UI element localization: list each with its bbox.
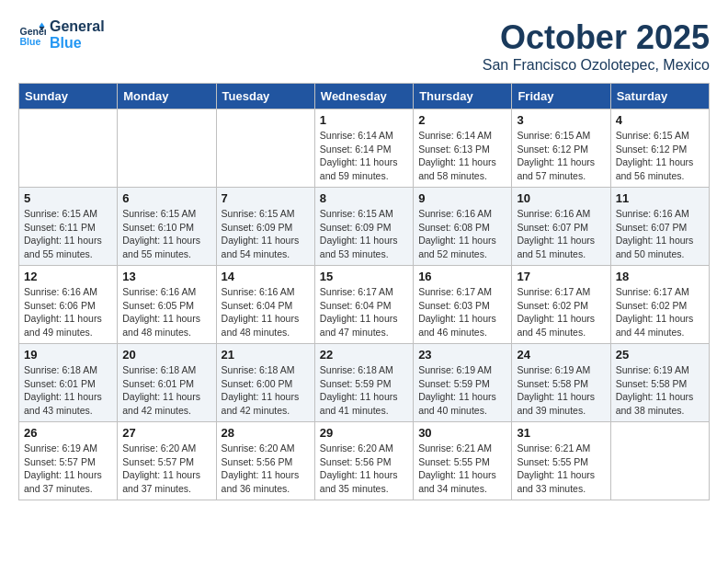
calendar-cell [19,109,118,188]
day-number: 1 [320,113,408,127]
weekday-header-row: SundayMondayTuesdayWednesdayThursdayFrid… [19,84,710,109]
day-info: Sunrise: 6:14 AMSunset: 6:13 PMDaylight:… [418,129,506,183]
day-info: Sunrise: 6:18 AMSunset: 6:01 PMDaylight:… [24,363,112,418]
calendar-cell: 15Sunrise: 6:17 AMSunset: 6:04 PMDayligh… [314,266,413,344]
calendar-cell: 27Sunrise: 6:20 AMSunset: 5:57 PMDayligh… [118,422,216,500]
svg-text:Blue: Blue [20,35,41,46]
day-info: Sunrise: 6:21 AMSunset: 5:55 PMDaylight:… [517,442,605,496]
weekday-header-monday: Monday [118,84,216,109]
calendar-cell: 7Sunrise: 6:15 AMSunset: 6:09 PMDaylight… [216,188,314,266]
calendar-cell: 11Sunrise: 6:16 AMSunset: 6:07 PMDayligh… [610,188,709,266]
day-info: Sunrise: 6:20 AMSunset: 5:56 PMDaylight:… [222,442,310,496]
day-number: 6 [122,191,210,205]
day-info: Sunrise: 6:15 AMSunset: 6:12 PMDaylight:… [616,129,704,183]
calendar-week-row: 26Sunrise: 6:19 AMSunset: 5:57 PMDayligh… [19,422,710,500]
day-info: Sunrise: 6:19 AMSunset: 5:58 PMDaylight:… [616,363,704,418]
calendar-week-row: 1Sunrise: 6:14 AMSunset: 6:14 PMDaylight… [19,109,710,188]
calendar-cell: 25Sunrise: 6:19 AMSunset: 5:58 PMDayligh… [610,344,709,422]
day-info: Sunrise: 6:15 AMSunset: 6:12 PMDaylight:… [517,129,605,183]
calendar-cell: 1Sunrise: 6:14 AMSunset: 6:14 PMDaylight… [314,109,413,188]
day-info: Sunrise: 6:19 AMSunset: 5:59 PMDaylight:… [418,363,506,418]
day-info: Sunrise: 6:16 AMSunset: 6:04 PMDaylight:… [222,285,310,339]
day-info: Sunrise: 6:18 AMSunset: 6:00 PMDaylight:… [222,363,310,418]
day-info: Sunrise: 6:15 AMSunset: 6:09 PMDaylight:… [320,207,408,261]
day-number: 21 [222,348,310,362]
calendar-cell: 29Sunrise: 6:20 AMSunset: 5:56 PMDayligh… [314,422,413,500]
day-number: 20 [122,348,210,362]
day-info: Sunrise: 6:15 AMSunset: 6:10 PMDaylight:… [122,207,210,261]
day-number: 25 [616,348,704,362]
calendar-cell: 5Sunrise: 6:15 AMSunset: 6:11 PMDaylight… [19,188,118,266]
calendar-cell: 10Sunrise: 6:16 AMSunset: 6:07 PMDayligh… [512,188,610,266]
day-number: 15 [320,270,408,283]
calendar-cell: 30Sunrise: 6:21 AMSunset: 5:55 PMDayligh… [414,422,512,500]
title-area: October 2025 San Francisco Ozolotepec, M… [483,18,710,74]
calendar-cell: 23Sunrise: 6:19 AMSunset: 5:59 PMDayligh… [414,344,512,422]
day-info: Sunrise: 6:20 AMSunset: 5:56 PMDaylight:… [320,442,408,496]
day-number: 9 [418,191,506,205]
calendar-cell: 31Sunrise: 6:21 AMSunset: 5:55 PMDayligh… [512,422,610,500]
logo-general: General [50,18,105,35]
day-number: 2 [418,113,506,127]
day-number: 28 [222,426,310,440]
weekday-header-friday: Friday [512,84,610,109]
day-info: Sunrise: 6:16 AMSunset: 6:08 PMDaylight:… [418,207,506,261]
day-info: Sunrise: 6:17 AMSunset: 6:02 PMDaylight:… [616,285,704,339]
day-info: Sunrise: 6:19 AMSunset: 5:58 PMDaylight:… [517,363,605,418]
day-number: 30 [418,426,506,440]
calendar-cell: 19Sunrise: 6:18 AMSunset: 6:01 PMDayligh… [19,344,118,422]
calendar-cell: 18Sunrise: 6:17 AMSunset: 6:02 PMDayligh… [610,266,709,344]
day-info: Sunrise: 6:18 AMSunset: 5:59 PMDaylight:… [320,363,408,418]
calendar-cell: 3Sunrise: 6:15 AMSunset: 6:12 PMDaylight… [512,109,610,188]
day-number: 27 [122,426,210,440]
day-info: Sunrise: 6:15 AMSunset: 6:11 PMDaylight:… [24,207,112,261]
calendar-cell: 8Sunrise: 6:15 AMSunset: 6:09 PMDaylight… [314,188,413,266]
day-number: 23 [418,348,506,362]
calendar-cell: 12Sunrise: 6:16 AMSunset: 6:06 PMDayligh… [19,266,118,344]
day-info: Sunrise: 6:15 AMSunset: 6:09 PMDaylight:… [222,207,310,261]
day-number: 22 [320,348,408,362]
day-number: 8 [320,191,408,205]
day-info: Sunrise: 6:14 AMSunset: 6:14 PMDaylight:… [320,129,408,183]
day-number: 16 [418,270,506,283]
day-info: Sunrise: 6:16 AMSunset: 6:07 PMDaylight:… [616,207,704,261]
calendar-week-row: 12Sunrise: 6:16 AMSunset: 6:06 PMDayligh… [19,266,710,344]
day-info: Sunrise: 6:19 AMSunset: 5:57 PMDaylight:… [24,442,112,496]
day-info: Sunrise: 6:17 AMSunset: 6:03 PMDaylight:… [418,285,506,339]
page-header: General Blue General Blue October 2025 S… [18,18,710,74]
calendar-cell: 2Sunrise: 6:14 AMSunset: 6:13 PMDaylight… [414,109,512,188]
day-info: Sunrise: 6:17 AMSunset: 6:02 PMDaylight:… [517,285,605,339]
calendar-cell [610,422,709,500]
day-number: 12 [24,270,112,283]
day-number: 17 [517,270,605,283]
day-number: 11 [616,191,704,205]
calendar-cell [216,109,314,188]
calendar-cell: 17Sunrise: 6:17 AMSunset: 6:02 PMDayligh… [512,266,610,344]
day-number: 14 [222,270,310,283]
calendar-cell: 16Sunrise: 6:17 AMSunset: 6:03 PMDayligh… [414,266,512,344]
calendar-cell: 6Sunrise: 6:15 AMSunset: 6:10 PMDaylight… [118,188,216,266]
calendar-cell: 20Sunrise: 6:18 AMSunset: 6:01 PMDayligh… [118,344,216,422]
weekday-header-wednesday: Wednesday [314,84,413,109]
calendar-cell: 22Sunrise: 6:18 AMSunset: 5:59 PMDayligh… [314,344,413,422]
day-number: 18 [616,270,704,283]
calendar-cell: 28Sunrise: 6:20 AMSunset: 5:56 PMDayligh… [216,422,314,500]
day-info: Sunrise: 6:18 AMSunset: 6:01 PMDaylight:… [122,363,210,418]
calendar-table: SundayMondayTuesdayWednesdayThursdayFrid… [18,83,710,500]
day-number: 31 [517,426,605,440]
calendar-cell: 13Sunrise: 6:16 AMSunset: 6:05 PMDayligh… [118,266,216,344]
day-info: Sunrise: 6:20 AMSunset: 5:57 PMDaylight:… [122,442,210,496]
day-number: 3 [517,113,605,127]
day-number: 5 [24,191,112,205]
day-number: 26 [24,426,112,440]
day-number: 24 [517,348,605,362]
calendar-cell: 21Sunrise: 6:18 AMSunset: 6:00 PMDayligh… [216,344,314,422]
day-number: 4 [616,113,704,127]
weekday-header-sunday: Sunday [19,84,118,109]
weekday-header-saturday: Saturday [610,84,709,109]
day-info: Sunrise: 6:16 AMSunset: 6:06 PMDaylight:… [24,285,112,339]
calendar-cell: 9Sunrise: 6:16 AMSunset: 6:08 PMDaylight… [414,188,512,266]
day-number: 13 [122,270,210,283]
calendar-cell: 24Sunrise: 6:19 AMSunset: 5:58 PMDayligh… [512,344,610,422]
calendar-cell [118,109,216,188]
